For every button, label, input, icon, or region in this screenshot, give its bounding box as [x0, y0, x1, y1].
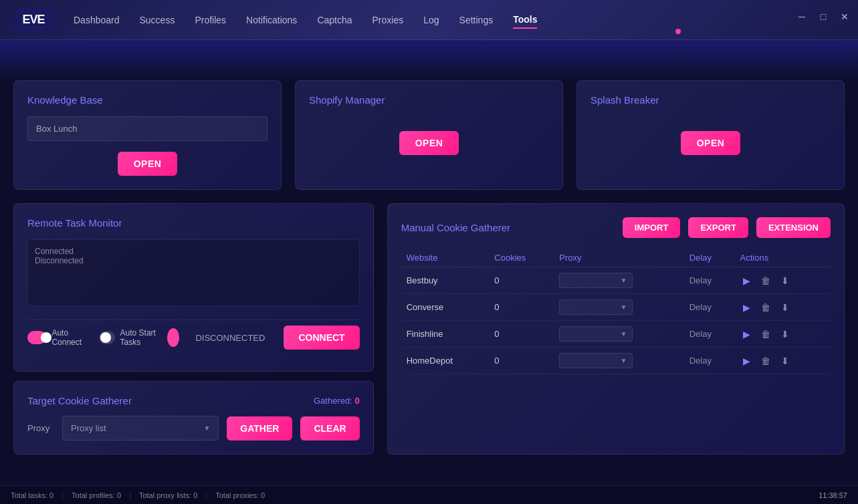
splash-breaker-card: Splash Breaker OPEN — [576, 80, 845, 190]
table-row: Bestbuy 0 ▼ Delay ▶ 🗑 ⬇ — [401, 267, 831, 294]
auto-connect-toggle[interactable] — [27, 331, 46, 344]
connection-status-indicator — [167, 328, 179, 347]
download-button-3[interactable]: ⬇ — [778, 354, 792, 368]
col-header-proxy: Proxy — [554, 249, 683, 267]
nav-settings[interactable]: Settings — [459, 12, 494, 28]
nav-dashboard[interactable]: Dashboard — [74, 12, 120, 28]
table-row: HomeDepot 0 ▼ Delay ▶ 🗑 ⬇ — [401, 348, 831, 374]
knowledge-base-open-button[interactable]: OPEN — [118, 152, 178, 176]
nav-tools[interactable]: Tools — [513, 11, 537, 29]
nav-items: Dashboard Success Profiles Notifications… — [74, 11, 537, 29]
nav-notifications[interactable]: Notifications — [246, 12, 297, 28]
topbar: EVE Dashboard Success Profiles Notificat… — [0, 0, 858, 40]
proxy-select-value: Proxy list — [71, 423, 106, 433]
delay-text-1: Delay — [689, 302, 712, 312]
cell-delay-0: Delay — [684, 267, 735, 294]
status-total-proxies: Total proxies: 0 — [215, 491, 265, 499]
cell-proxy-0: ▼ — [554, 267, 683, 294]
status-total-profiles: Total profiles: 0 — [72, 491, 121, 499]
delete-button-1[interactable]: 🗑 — [758, 301, 773, 314]
row-proxy-dropdown-3[interactable]: ▼ — [559, 353, 633, 368]
col-header-actions: Actions — [735, 249, 831, 267]
status-bar: Total tasks: 0 | Total profiles: 0 | Tot… — [0, 485, 858, 504]
connection-status-text: DISCONNECTED — [195, 333, 265, 343]
cell-proxy-1: ▼ — [554, 294, 683, 321]
cell-cookies-1: 0 — [489, 294, 554, 321]
gathered-info: Gathered: 0 — [314, 396, 360, 406]
play-button-3[interactable]: ▶ — [740, 354, 753, 368]
cell-website-3: HomeDepot — [401, 348, 490, 374]
auto-start-tasks-label: Auto Start Tasks — [120, 328, 157, 347]
log-line-disconnected: Disconnected — [35, 256, 352, 265]
monitor-log: Connected Disconnected — [27, 239, 360, 306]
splash-breaker-title: Splash Breaker — [591, 94, 831, 106]
row-proxy-dropdown-0[interactable]: ▼ — [559, 273, 633, 288]
auto-start-tasks-toggle[interactable] — [99, 331, 115, 344]
download-button-2[interactable]: ⬇ — [778, 328, 792, 341]
target-cookie-gatherer-title: Target Cookie Gatherer — [27, 395, 132, 406]
remote-task-monitor-card: Remote Task Monitor Connected Disconnect… — [13, 203, 374, 372]
download-button-0[interactable]: ⬇ — [778, 274, 792, 287]
nav-success[interactable]: Success — [140, 12, 175, 28]
cell-proxy-3: ▼ — [554, 348, 683, 374]
export-button[interactable]: EXPORT — [688, 217, 748, 238]
row-proxy-dropdown-1[interactable]: ▼ — [559, 299, 633, 315]
cell-website-0: Bestbuy — [401, 267, 490, 294]
splash-breaker-open-button[interactable]: OPEN — [681, 131, 741, 155]
top-cards-row: Knowledge Base OPEN Shopify Manager OPEN… — [13, 80, 845, 190]
status-total-proxy-lists: Total proxy lists: 0 — [139, 491, 197, 499]
row-proxy-dropdown-2[interactable]: ▼ — [559, 326, 633, 342]
import-button[interactable]: IMPORT — [623, 217, 681, 238]
monitor-divider — [27, 320, 360, 320]
chevron-down-icon: ▼ — [620, 303, 627, 311]
cell-actions-3: ▶ 🗑 ⬇ — [735, 348, 831, 374]
table-row: Converse 0 ▼ Delay ▶ 🗑 ⬇ — [401, 294, 831, 321]
clear-button[interactable]: CLEAR — [300, 416, 359, 440]
shopify-manager-open-button[interactable]: OPEN — [399, 131, 459, 155]
chevron-down-icon: ▼ — [203, 424, 210, 432]
cell-actions-1: ▶ 🗑 ⬇ — [735, 294, 831, 321]
delay-text-3: Delay — [689, 356, 712, 366]
nav-log[interactable]: Log — [423, 12, 439, 28]
manual-cookie-gatherer-header: Manual Cookie Gatherer IMPORT EXPORT EXT… — [401, 217, 831, 238]
gathered-label: Gathered: — [314, 396, 352, 406]
proxy-select-dropdown[interactable]: Proxy list ▼ — [62, 416, 219, 440]
nav-captcha[interactable]: Captcha — [317, 12, 352, 28]
col-header-cookies: Cookies — [489, 249, 554, 267]
gather-button[interactable]: GATHER — [227, 416, 292, 440]
play-button-2[interactable]: ▶ — [740, 328, 753, 341]
download-button-1[interactable]: ⬇ — [778, 301, 792, 314]
nav-profiles[interactable]: Profiles — [195, 12, 226, 28]
maximize-button[interactable]: □ — [817, 10, 830, 23]
delay-text-2: Delay — [689, 329, 712, 339]
shopify-manager-title: Shopify Manager — [309, 94, 549, 106]
knowledge-base-input[interactable] — [27, 116, 267, 141]
table-header-row: Website Cookies Proxy Delay Actions — [401, 249, 831, 267]
app-logo: EVE — [13, 8, 53, 32]
shopify-manager-card: Shopify Manager OPEN — [295, 80, 563, 190]
row-actions-0: ▶ 🗑 ⬇ — [740, 274, 825, 287]
row-actions-3: ▶ 🗑 ⬇ — [740, 354, 825, 368]
delete-button-3[interactable]: 🗑 — [758, 354, 773, 368]
close-button[interactable]: ✕ — [838, 10, 851, 23]
target-cookie-gatherer-header: Target Cookie Gatherer Gathered: 0 — [27, 395, 360, 406]
cell-website-2: Finishline — [401, 321, 490, 348]
play-button-0[interactable]: ▶ — [740, 274, 753, 287]
cell-website-1: Converse — [401, 294, 490, 321]
bottom-section: Remote Task Monitor Connected Disconnect… — [13, 203, 845, 455]
delete-button-0[interactable]: 🗑 — [758, 274, 773, 287]
chevron-down-icon: ▼ — [620, 277, 627, 284]
play-button-1[interactable]: ▶ — [740, 301, 753, 314]
table-row: Finishline 0 ▼ Delay ▶ 🗑 ⬇ — [401, 321, 831, 348]
col-header-delay: Delay — [684, 249, 735, 267]
main-content: Knowledge Base OPEN Shopify Manager OPEN… — [0, 80, 858, 484]
cell-proxy-2: ▼ — [554, 321, 683, 348]
knowledge-base-card: Knowledge Base OPEN — [13, 80, 282, 190]
extension-button[interactable]: EXTENSION — [756, 217, 831, 238]
cookie-gatherer-actions: IMPORT EXPORT EXTENSION — [623, 217, 831, 238]
minimize-button[interactable]: ─ — [795, 10, 809, 23]
auto-connect-label: Auto Connect — [51, 328, 88, 347]
delete-button-2[interactable]: 🗑 — [758, 328, 773, 341]
connect-button[interactable]: CONNECT — [284, 326, 359, 350]
nav-proxies[interactable]: Proxies — [372, 12, 404, 28]
